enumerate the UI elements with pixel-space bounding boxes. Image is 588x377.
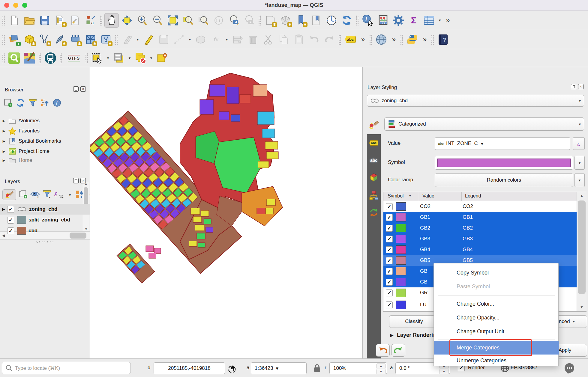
layers-caret[interactable]: ▾ <box>67 193 73 197</box>
current-edits-caret[interactable]: ▾ <box>135 37 140 42</box>
layer-checkbox[interactable]: ✓ <box>7 227 14 234</box>
deselect-features-caret[interactable]: ▾ <box>148 56 154 60</box>
toolbar-grip[interactable] <box>2 15 5 25</box>
expand-collapse-layers-icon[interactable] <box>75 190 84 200</box>
float-panel-icon[interactable] <box>571 84 576 89</box>
layer-row-cbd[interactable]: ✓ cbd <box>0 225 90 236</box>
expander-icon[interactable]: ▶ <box>0 139 8 143</box>
cut-features-icon[interactable] <box>261 32 275 47</box>
category-checkbox[interactable]: ✓ <box>386 203 393 210</box>
layout-manager-icon[interactable] <box>68 13 82 28</box>
pan-map-tool-icon[interactable] <box>104 13 119 28</box>
zoom-last-icon[interactable] <box>227 13 241 28</box>
expander-icon[interactable]: ▶ <box>0 129 8 133</box>
refresh-browser-icon[interactable] <box>16 98 25 108</box>
layer-checkbox[interactable]: ✓ <box>7 206 14 213</box>
category-swatch[interactable] <box>396 224 406 232</box>
browser-item-home[interactable]: ▶ Home <box>0 156 83 164</box>
browser-item-spatial-bookmarks[interactable]: ▶ Spatial Bookmarks <box>0 136 83 146</box>
filter-browser-icon[interactable] <box>28 98 37 108</box>
scale-combo[interactable]: 1:36423 ▾ <box>251 362 307 374</box>
menu-item-copy-symbol[interactable]: Copy Symbol <box>434 266 559 280</box>
expander-icon[interactable]: ▶ <box>0 159 8 162</box>
toolbar-grip[interactable] <box>338 34 341 45</box>
statistical-summary-icon[interactable]: Σ <box>406 13 421 28</box>
renderer-type-combo[interactable]: Categorized ▾ <box>384 117 584 131</box>
redo-icon[interactable] <box>322 32 337 47</box>
open-project-icon[interactable] <box>22 13 37 28</box>
toolbar-grip[interactable] <box>400 34 403 45</box>
new-temporary-scratch-layer-icon[interactable]: ✱ <box>99 32 113 47</box>
select-features-icon[interactable] <box>90 51 104 65</box>
lock-scale-icon[interactable] <box>313 364 322 375</box>
toolbar-grip[interactable] <box>258 15 261 25</box>
modify-attributes-icon[interactable] <box>230 32 245 47</box>
layer-row-zoning-cbd[interactable]: ▶ ✓ zoning_cbd <box>0 204 90 215</box>
category-checkbox[interactable]: ✓ <box>386 279 393 286</box>
label-toolbar-overflow[interactable]: » <box>358 36 368 43</box>
pan-to-selection-icon[interactable] <box>120 13 134 28</box>
new-spatialite-layer-icon[interactable]: ✱ <box>53 32 67 47</box>
zoom-native-icon[interactable]: 1:1 <box>212 13 226 28</box>
category-row[interactable]: ✓ GB2GB2 <box>383 223 577 233</box>
close-panel-icon[interactable]: × <box>578 84 584 89</box>
style-undo-button[interactable] <box>376 344 390 357</box>
zoom-in-icon[interactable] <box>135 13 149 28</box>
value-field-combo[interactable]: abc INT_ZONE_C ▾ <box>435 137 570 150</box>
expander-icon[interactable]: ▶ <box>0 119 8 123</box>
magnifier-spinbox[interactable]: 100% ▲▼ <box>329 362 387 374</box>
style-manager-icon[interactable]: a <box>83 13 98 28</box>
category-row[interactable]: ✓ GB4GB4 <box>383 244 577 255</box>
new-geopackage-layer-icon[interactable]: ✱ <box>22 32 37 47</box>
expander-icon[interactable]: ▶ <box>0 207 7 211</box>
toggle-editing-icon[interactable] <box>141 32 156 47</box>
select-features-caret[interactable]: ▾ <box>105 56 111 60</box>
color-ramp-dropdown-button[interactable]: ▾ <box>574 173 585 187</box>
save-project-icon[interactable] <box>38 13 52 28</box>
vertex-tool-blob-icon[interactable] <box>194 32 208 47</box>
current-edits-icon[interactable] <box>120 32 134 47</box>
extents-pointer-icon[interactable] <box>227 363 238 376</box>
category-checkbox[interactable]: ✓ <box>386 246 393 253</box>
digitize-with-segment-icon[interactable] <box>172 32 186 47</box>
categories-table-header[interactable]: Symbol ▾ Value Legend <box>383 192 577 201</box>
zoom-next-icon[interactable] <box>242 13 256 28</box>
transit-bus-icon[interactable] <box>43 51 58 65</box>
help-icon[interactable]: ? <box>436 32 450 47</box>
filter-legend-icon[interactable]: ▾ <box>43 190 52 200</box>
properties-info-icon[interactable]: i <box>53 99 61 108</box>
menu-item-change-opacity[interactable]: Change Opacity... <box>434 311 559 325</box>
browser-item-volumes[interactable]: ▶ /Volumes <box>0 116 83 126</box>
toolbar-grip[interactable] <box>85 53 88 63</box>
toolbar-grip[interactable] <box>100 15 103 25</box>
processing-toolbox-icon[interactable] <box>391 13 406 28</box>
new-map-view-icon[interactable]: ✱ <box>263 13 278 28</box>
open-attribute-table-icon[interactable] <box>422 13 436 28</box>
python-toolbar-overflow[interactable]: » <box>420 36 429 43</box>
toolbar-grip[interactable] <box>2 34 5 45</box>
value-expression-button[interactable]: ε <box>573 137 585 150</box>
category-row[interactable]: ✓ GB3GB3 <box>383 233 577 244</box>
tab-3d-view-icon[interactable] <box>367 169 381 186</box>
toolbar-grip[interactable] <box>369 34 372 45</box>
save-edits-icon[interactable] <box>157 32 171 47</box>
float-panel-icon[interactable] <box>73 178 79 183</box>
menu-item-paste-symbol[interactable]: Paste Symbol <box>434 280 559 293</box>
fx-caret[interactable]: ▾ <box>224 37 230 42</box>
category-swatch[interactable] <box>396 213 406 221</box>
zoom-full-icon[interactable] <box>166 13 180 28</box>
metasearch-globe-icon[interactable] <box>374 32 388 47</box>
toolbar-grip[interactable] <box>431 34 434 45</box>
new-3d-map-view-icon[interactable]: ✱ <box>278 13 293 28</box>
messages-bubble-icon[interactable] <box>563 362 576 376</box>
scrollbar-thumb[interactable] <box>578 200 586 294</box>
browser-item-favorites[interactable]: ▶ Favorites <box>0 126 83 136</box>
web-toolbar-overflow[interactable]: » <box>389 36 398 43</box>
category-checkbox[interactable]: ✓ <box>386 289 393 296</box>
copy-features-icon[interactable] <box>276 32 291 47</box>
style-redo-button[interactable] <box>392 344 405 357</box>
identify-features-icon[interactable]: i <box>361 13 375 28</box>
menu-item-change-output-unit[interactable]: Change Output Unit... <box>434 325 559 338</box>
browser-item-project-home[interactable]: ▶ Project Home <box>0 146 83 156</box>
styling-layer-selector[interactable]: zoning_cbd ▾ <box>367 95 584 107</box>
